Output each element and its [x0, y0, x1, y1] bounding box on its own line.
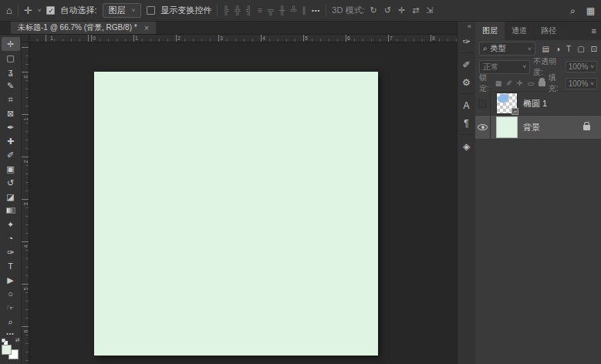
filter-shape-layers-icon[interactable]: ▢: [577, 45, 584, 53]
layer-name[interactable]: 背景: [523, 122, 540, 133]
blend-mode-dropdown[interactable]: 正常 ˅: [479, 60, 530, 74]
tool-ellipse-shape[interactable]: ○: [2, 287, 20, 301]
vertical-ruler[interactable]: 0 1 2 3 4 5 6: [22, 42, 29, 364]
align-left-icon[interactable]: ╠: [223, 5, 229, 15]
tool-move[interactable]: ✛: [2, 37, 20, 51]
layer-name[interactable]: 椭圆 1: [523, 98, 547, 110]
properties-panel-icon[interactable]: ⚙: [458, 73, 476, 91]
tool-history-brush[interactable]: ↺: [2, 176, 20, 190]
tool-brush[interactable]: ✐: [2, 148, 20, 162]
paragraph-panel-icon[interactable]: ¶: [458, 114, 476, 132]
3d-scale-icon[interactable]: ⇲: [426, 5, 433, 15]
layer-filter-type-dropdown[interactable]: ⌕ 类型 ˅: [479, 42, 535, 56]
layer-list: ▱ 椭圆 1 背景: [475, 92, 601, 364]
3d-roll-icon[interactable]: ↺: [384, 5, 391, 15]
distribute-icon[interactable]: ∥: [302, 5, 306, 15]
auto-select-checkbox[interactable]: [46, 6, 55, 15]
tool-dodge[interactable]: ◔: [2, 231, 20, 245]
tool-healing-brush[interactable]: ✚: [2, 134, 20, 148]
lock-artboard-icon[interactable]: ▭: [527, 79, 534, 87]
document-canvas[interactable]: [94, 72, 378, 356]
filter-smart-objects-icon[interactable]: ⊡: [591, 45, 597, 53]
tool-gradient[interactable]: [2, 204, 20, 217]
tool-eyedropper[interactable]: ✒: [2, 120, 20, 134]
layer-thumbnail[interactable]: [496, 116, 518, 138]
chevron-down-icon[interactable]: ˅: [38, 7, 42, 14]
default-colors-icon[interactable]: [2, 339, 5, 342]
path-selection-tool-icon: ▶: [7, 275, 13, 285]
panel-menu-icon[interactable]: ≡: [587, 22, 601, 40]
tool-zoom[interactable]: ⌕: [2, 315, 20, 329]
expand-panels-icon[interactable]: «: [464, 22, 475, 32]
3d-panel-icon[interactable]: ◈: [458, 137, 476, 155]
tool-frame[interactable]: ⊠: [2, 106, 20, 120]
align-right-icon[interactable]: ╣: [246, 5, 252, 15]
dodge-tool-icon: ◔: [8, 234, 13, 243]
edit-toolbar-icon[interactable]: •••: [6, 331, 14, 336]
tool-crop[interactable]: ⌗: [2, 93, 20, 106]
fill-dropdown[interactable]: 100% ˅: [566, 78, 597, 89]
search-icon: ⌕: [483, 44, 488, 53]
tool-clone-stamp[interactable]: ▣: [2, 162, 20, 176]
layer-locked-indicator[interactable]: [583, 123, 590, 132]
brushes-panel-icon[interactable]: ✐: [458, 56, 476, 73]
brush-settings-panel-icon[interactable]: ✑: [458, 32, 476, 50]
layer-row-ellipse-1[interactable]: ▱ 椭圆 1: [475, 92, 601, 116]
ruler-label: 2: [177, 35, 181, 42]
zoom-tool-icon: ⌕: [8, 317, 12, 327]
3d-slide-icon[interactable]: ⇄: [412, 5, 419, 15]
close-icon[interactable]: ×: [144, 23, 149, 32]
align-top-edges-icon[interactable]: ╦: [268, 5, 274, 15]
3d-orbit-icon[interactable]: ↻: [370, 5, 376, 15]
visibility-toggle[interactable]: [475, 116, 491, 139]
document-tab[interactable]: 未标题-1 @ 66.7% (背景, RGB/8) * ×: [11, 22, 156, 34]
lock-position-icon[interactable]: ✛: [517, 79, 523, 87]
filter-adjustment-layers-icon[interactable]: ◑: [555, 45, 560, 53]
tool-pen[interactable]: ✑: [2, 245, 20, 259]
lock-all-icon[interactable]: [539, 81, 545, 86]
foreground-color-swatch[interactable]: [2, 345, 12, 355]
show-transform-checkbox[interactable]: [147, 6, 155, 15]
color-swatches: ⇄: [1, 339, 21, 360]
layer-thumbnail[interactable]: ▱: [496, 93, 518, 114]
swap-colors-icon[interactable]: ⇄: [15, 337, 20, 343]
auto-select-dropdown[interactable]: 图层 ˅: [103, 3, 142, 18]
tool-path-selection[interactable]: ▶: [2, 273, 20, 287]
tools-panel: ✛ ▢ ʓ ✎ ⌗ ⊠ ✒ ✚ ✐ ▣ ↺ ◪ ✦ ◔ ✑ T ▶ ○ ☞ ⌕: [0, 35, 22, 364]
3d-pan-icon[interactable]: ✛: [398, 5, 405, 15]
lock-icon: [583, 125, 590, 130]
lock-pixels-icon[interactable]: ✐: [506, 79, 512, 87]
home-icon[interactable]: ⌂: [6, 5, 12, 15]
filter-type-label: 类型: [491, 43, 506, 54]
chevron-down-icon: ˅: [590, 63, 594, 70]
tab-layers[interactable]: 图层: [475, 22, 505, 40]
filter-pixel-layers-icon[interactable]: ▤: [542, 45, 549, 53]
visibility-toggle[interactable]: [475, 92, 491, 115]
tab-channels[interactable]: 通道: [505, 22, 534, 40]
tool-type[interactable]: T: [2, 259, 20, 273]
align-bottom-icon[interactable]: ╩: [291, 5, 297, 15]
lock-transparency-icon[interactable]: ▦: [495, 79, 502, 87]
ruler-corner[interactable]: [22, 35, 29, 42]
horizontal-ruler[interactable]: 1 0 1 2 3 4 5 6 7 8: [29, 35, 457, 42]
workspace-switcher-icon[interactable]: ▦: [586, 5, 595, 16]
align-center-v-icon[interactable]: ╫: [279, 5, 285, 15]
tool-eraser[interactable]: ◪: [2, 190, 20, 204]
filter-type-layers-icon[interactable]: T: [566, 45, 571, 53]
align-center-h-icon[interactable]: ╬: [235, 5, 241, 15]
move-tool-icon[interactable]: ✛: [24, 5, 32, 15]
tool-lasso[interactable]: ʓ: [2, 65, 20, 79]
opacity-dropdown[interactable]: 100% ˅: [566, 61, 597, 72]
search-icon[interactable]: ⌕: [570, 5, 576, 16]
tool-smudge[interactable]: ✦: [2, 217, 20, 231]
more-align-options-icon[interactable]: •••: [312, 7, 320, 14]
character-panel-icon[interactable]: A: [458, 96, 476, 114]
tool-marquee[interactable]: ▢: [2, 51, 20, 65]
tool-quick-selection[interactable]: ✎: [2, 79, 20, 93]
layer-row-background[interactable]: 背景: [475, 116, 601, 140]
brushes-icon: ✐: [462, 59, 470, 70]
tool-hand[interactable]: ☞: [2, 301, 20, 315]
align-top-icon[interactable]: ≡: [258, 5, 262, 15]
tab-paths[interactable]: 路径: [534, 22, 563, 40]
properties-icon: ⚙: [462, 77, 471, 88]
